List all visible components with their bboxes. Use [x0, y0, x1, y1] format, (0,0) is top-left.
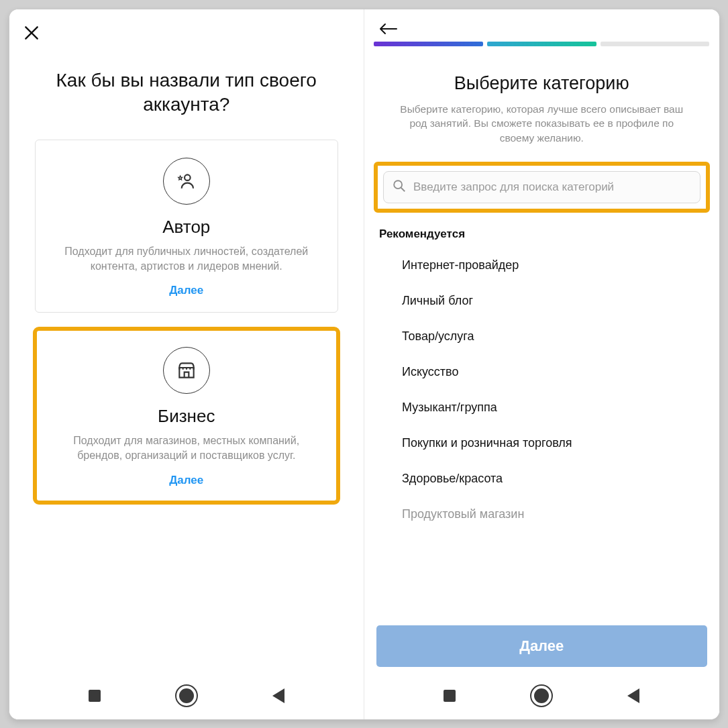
search-highlight: [374, 162, 710, 213]
close-row: [9, 9, 364, 42]
progress-seg-3: [601, 42, 710, 46]
category-item[interactable]: Искусство: [364, 354, 719, 390]
category-item[interactable]: Музыкант/группа: [364, 390, 719, 425]
progress-seg-1: [374, 42, 483, 46]
category-list[interactable]: Интернет-провайдер Личный блог Товар/усл…: [364, 246, 719, 623]
account-type-pane: Как бы вы назвали тип своего аккаунта? А…: [9, 9, 364, 719]
search-input[interactable]: [413, 180, 692, 194]
category-item[interactable]: Покупки и розничная торговля: [364, 425, 719, 461]
business-card-title: Бизнес: [48, 406, 326, 427]
nav-home-icon[interactable]: [534, 688, 549, 703]
android-nav-left: [9, 676, 364, 719]
android-nav-right: [364, 676, 719, 719]
business-icon: [163, 347, 210, 394]
progress-seg-2: [487, 42, 596, 46]
search-box[interactable]: [383, 171, 700, 203]
svg-point-1: [394, 180, 402, 189]
nav-home-icon[interactable]: [179, 688, 194, 703]
progress-bar: [364, 42, 719, 50]
close-icon[interactable]: [23, 24, 351, 42]
next-button[interactable]: Далее: [376, 625, 707, 667]
account-type-card-author[interactable]: Автор Подходит для публичных личностей, …: [35, 140, 339, 313]
author-next-button[interactable]: Далее: [162, 280, 210, 301]
recommended-label: Рекомендуется: [364, 215, 719, 246]
author-card-title: Автор: [48, 217, 326, 238]
back-row: [364, 9, 719, 42]
search-icon: [392, 178, 407, 196]
nav-recent-icon[interactable]: [444, 690, 456, 702]
category-subtitle: Выберите категорию, которая лучше всего …: [364, 102, 719, 158]
category-item[interactable]: Здоровье/красота: [364, 461, 719, 497]
business-card-desc: Подходит для магазинов, местных компаний…: [48, 433, 326, 469]
nav-back-icon[interactable]: [272, 688, 284, 703]
category-item[interactable]: Интернет-провайдер: [364, 248, 719, 283]
account-type-card-business[interactable]: Бизнес Подходит для магазинов, местных к…: [35, 329, 339, 502]
category-item[interactable]: Товар/услуга: [364, 319, 719, 354]
nav-back-icon[interactable]: [627, 688, 639, 703]
nav-recent-icon[interactable]: [89, 690, 101, 702]
category-title: Выберите категорию: [364, 50, 719, 102]
category-item[interactable]: Личный блог: [364, 283, 719, 319]
app-frame: Как бы вы назвали тип своего аккаунта? А…: [9, 9, 720, 720]
category-item[interactable]: Продуктовый магазин: [364, 497, 719, 524]
author-card-desc: Подходит для публичных личностей, создат…: [48, 244, 326, 280]
business-next-button[interactable]: Далее: [162, 470, 210, 491]
account-type-title: Как бы вы назвали тип своего аккаунта?: [9, 42, 364, 136]
category-pane: Выберите категорию Выберите категорию, к…: [364, 9, 719, 719]
svg-point-0: [185, 175, 191, 181]
back-arrow-icon[interactable]: [378, 21, 706, 36]
author-icon: [163, 158, 210, 205]
